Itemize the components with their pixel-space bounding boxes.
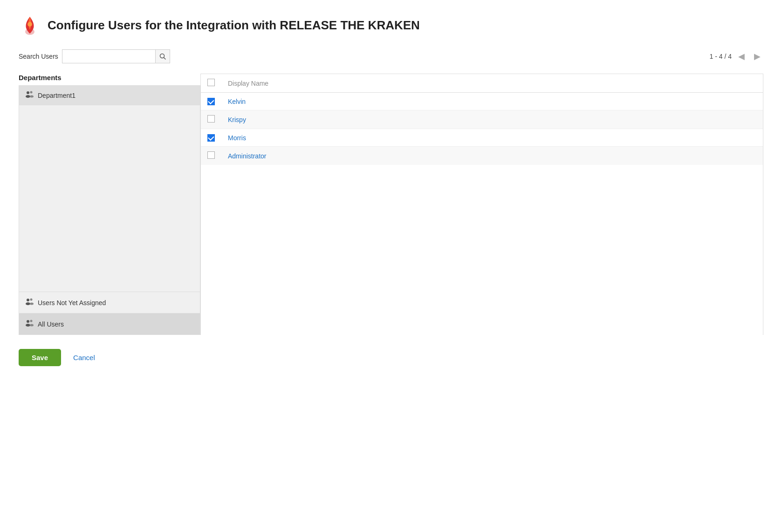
page-title: Configure Users for the Integration with… [48, 18, 420, 33]
user-checkbox-cell-morris[interactable] [201, 129, 221, 147]
pagination-prev-button[interactable]: ◀ [735, 50, 748, 62]
user-name-krispy: Krispy [221, 110, 763, 129]
main-content: Departments Department1 [19, 74, 763, 335]
user-checkbox-cell-kelvin[interactable] [201, 93, 221, 110]
table-row: Kelvin [201, 93, 763, 110]
users-icon-all [25, 319, 34, 327]
user-name-administrator: Administrator [221, 147, 763, 165]
users-icon [25, 90, 34, 98]
svg-point-4 [27, 91, 29, 94]
svg-point-15 [30, 324, 34, 327]
group-icon [25, 90, 34, 100]
users-table: Display Name KelvinKrispyMorrisAdministr… [201, 74, 763, 165]
sidebar-item-department1[interactable]: Department1 [19, 86, 200, 105]
user-name-morris: Morris [221, 129, 763, 147]
group-icon-unassigned [25, 298, 34, 307]
app-logo-icon [19, 14, 41, 36]
table-row: Krispy [201, 110, 763, 129]
group-icon-all-users [25, 319, 34, 329]
svg-point-1 [27, 22, 32, 27]
user-checkbox-kelvin[interactable] [207, 98, 215, 105]
select-all-checkbox[interactable] [207, 79, 215, 86]
pagination: 1 - 4 / 4 ◀ ▶ [710, 50, 763, 62]
svg-point-11 [30, 303, 34, 305]
user-checkbox-morris[interactable] [207, 134, 215, 142]
sidebar-item-all-users[interactable]: All Users [19, 313, 200, 334]
user-checkbox-krispy[interactable] [207, 115, 215, 123]
departments-empty-area [19, 105, 200, 292]
svg-point-7 [30, 95, 34, 98]
user-checkbox-cell-krispy[interactable] [201, 110, 221, 129]
table-row: Administrator [201, 147, 763, 165]
departments-list: Department1 Users Not Yet Assigned [19, 85, 200, 335]
cancel-button[interactable]: Cancel [70, 349, 98, 366]
search-input-wrapper [62, 49, 170, 63]
svg-point-14 [30, 320, 33, 322]
search-input[interactable] [62, 49, 155, 63]
display-name-header: Display Name [221, 74, 763, 93]
search-row: Search Users 1 - 4 / 4 ◀ ▶ [19, 49, 763, 63]
sidebar-item-unassigned[interactable]: Users Not Yet Assigned [19, 292, 200, 313]
svg-point-12 [27, 320, 29, 323]
select-all-header[interactable] [201, 74, 221, 93]
user-name-kelvin: Kelvin [221, 93, 763, 110]
table-header-row: Display Name [201, 74, 763, 93]
svg-point-5 [26, 95, 30, 98]
user-checkbox-administrator[interactable] [207, 151, 215, 159]
search-icon [159, 53, 166, 60]
table-row: Morris [201, 129, 763, 147]
left-panel: Departments Department1 [19, 74, 200, 335]
sidebar-item-label-unassigned: Users Not Yet Assigned [38, 299, 106, 307]
pagination-next-button[interactable]: ▶ [751, 50, 763, 62]
svg-point-10 [30, 299, 33, 301]
svg-line-3 [164, 58, 165, 60]
svg-point-13 [26, 324, 30, 327]
users-icon-unassigned [25, 298, 34, 305]
sidebar-item-label-all-users: All Users [38, 321, 64, 328]
search-label: Search Users [19, 53, 58, 60]
right-panel: Display Name KelvinKrispyMorrisAdministr… [200, 74, 763, 335]
save-button[interactable]: Save [19, 349, 61, 366]
footer-actions: Save Cancel [19, 349, 763, 366]
sidebar-item-label-department1: Department1 [38, 92, 75, 99]
search-button[interactable] [155, 49, 170, 63]
svg-point-8 [27, 299, 29, 301]
svg-point-6 [30, 91, 33, 94]
pagination-text: 1 - 4 / 4 [710, 53, 732, 60]
svg-point-9 [26, 302, 30, 305]
departments-label: Departments [19, 74, 200, 82]
page-header: Configure Users for the Integration with… [19, 14, 763, 36]
user-checkbox-cell-administrator[interactable] [201, 147, 221, 165]
